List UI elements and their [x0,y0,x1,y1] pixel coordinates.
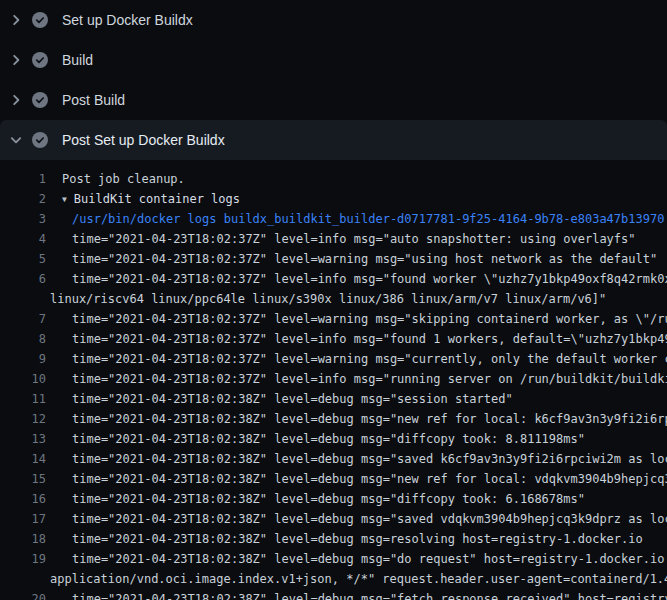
log-line: 8 time="2021-04-23T18:02:37Z" level=info… [0,329,667,349]
log-line-number[interactable]: 9 [0,349,46,369]
log-line-number[interactable]: 17 [0,509,46,529]
log-line-number[interactable]: 1 [0,169,46,189]
log-line: 4 time="2021-04-23T18:02:37Z" level=info… [0,229,667,249]
log-line: 18 time="2021-04-23T18:02:38Z" level=deb… [0,529,667,549]
log-command-text: /usr/bin/docker logs buildx_buildkit_bui… [46,209,667,229]
log-line-number[interactable]: 19 [0,549,46,569]
log-line: linux/riscv64 linux/ppc64le linux/s390x … [0,289,667,309]
log-line: 15 time="2021-04-23T18:02:38Z" level=deb… [0,469,667,489]
step-row-build[interactable]: Build [0,40,667,80]
step-label: Build [62,52,93,68]
log-line: 3 /usr/bin/docker logs buildx_buildkit_b… [0,209,667,229]
log-line-text: time="2021-04-23T18:02:37Z" level=info m… [46,329,667,349]
log-line-number[interactable]: 8 [0,329,46,349]
log-line-number[interactable]: 13 [0,429,46,449]
log-line-text: time="2021-04-23T18:02:37Z" level=warnin… [46,309,667,329]
log-line: 16 time="2021-04-23T18:02:38Z" level=deb… [0,489,667,509]
log-line-text: time="2021-04-23T18:02:38Z" level=debug … [46,429,667,449]
actions-log-viewer: Set up Docker Buildx Build Post Buil [0,0,667,600]
log-line-number[interactable] [0,289,46,309]
log-line-text: time="2021-04-23T18:02:38Z" level=debug … [46,489,667,509]
log-line-text: time="2021-04-23T18:02:38Z" level=debug … [46,509,667,529]
triangle-down-icon[interactable]: ▼ [62,190,67,209]
log-line-text: time="2021-04-23T18:02:38Z" level=debug … [46,469,667,489]
log-line: 13 time="2021-04-23T18:02:38Z" level=deb… [0,429,667,449]
log-line-number[interactable]: 2 [0,189,46,209]
log-line-number[interactable]: 5 [0,249,46,269]
log-line-number[interactable]: 7 [0,309,46,329]
log-line-text: time="2021-04-23T18:02:38Z" level=debug … [46,529,667,549]
log-line: 2 ▼BuildKit container logs [0,189,667,209]
log-line: 10 time="2021-04-23T18:02:37Z" level=inf… [0,369,667,389]
log-line-number[interactable]: 14 [0,449,46,469]
log-line-number[interactable]: 10 [0,369,46,389]
log-line: 6 time="2021-04-23T18:02:37Z" level=info… [0,269,667,289]
chevron-right-icon[interactable] [8,52,24,68]
log-line: 17 time="2021-04-23T18:02:38Z" level=deb… [0,509,667,529]
log-line-number[interactable]: 20 [0,589,46,600]
log-line-text: time="2021-04-23T18:02:37Z" level=warnin… [46,249,667,269]
log-line-text: time="2021-04-23T18:02:38Z" level=debug … [46,589,667,600]
log-line: 1 Post job cleanup. [0,169,667,189]
log-line-text: linux/riscv64 linux/ppc64le linux/s390x … [46,289,667,309]
log-line-number[interactable] [0,569,46,589]
chevron-right-icon[interactable] [8,12,24,28]
log-line: 9 time="2021-04-23T18:02:37Z" level=warn… [0,349,667,369]
log-line: 20 time="2021-04-23T18:02:38Z" level=deb… [0,589,667,600]
step-row-post-build[interactable]: Post Build [0,80,667,120]
log-line-text: Post job cleanup. [46,169,667,189]
log-line-text: application/vnd.oci.image.index.v1+json,… [46,569,667,589]
log-line-text: time="2021-04-23T18:02:38Z" level=debug … [46,549,667,569]
log-line-number[interactable]: 3 [0,209,46,229]
step-label: Post Set up Docker Buildx [62,132,225,148]
log-line-text: time="2021-04-23T18:02:37Z" level=info m… [46,369,667,389]
log-line-number[interactable]: 15 [0,469,46,489]
log-line-text: time="2021-04-23T18:02:37Z" level=info m… [46,269,667,289]
log-line: 12 time="2021-04-23T18:02:38Z" level=deb… [0,409,667,429]
log-line-text: time="2021-04-23T18:02:38Z" level=debug … [46,409,667,429]
log-line-number[interactable]: 4 [0,229,46,249]
log-line-number[interactable]: 18 [0,529,46,549]
log-line-text: time="2021-04-23T18:02:37Z" level=warnin… [46,349,667,369]
step-row-post-set-up-docker-buildx[interactable]: Post Set up Docker Buildx [0,120,667,160]
log-line-text: time="2021-04-23T18:02:38Z" level=debug … [46,389,667,409]
log-line-text[interactable]: ▼BuildKit container logs [46,189,667,209]
check-circle-icon [32,92,48,108]
log-line-number[interactable]: 11 [0,389,46,409]
log-line: 11 time="2021-04-23T18:02:38Z" level=deb… [0,389,667,409]
check-circle-icon [32,132,48,148]
log-line-number[interactable]: 16 [0,489,46,509]
log-line-number[interactable]: 6 [0,269,46,289]
log-line: 14 time="2021-04-23T18:02:38Z" level=deb… [0,449,667,469]
log-line-text: time="2021-04-23T18:02:38Z" level=debug … [46,449,667,469]
log-line: 7 time="2021-04-23T18:02:37Z" level=warn… [0,309,667,329]
step-label: Post Build [62,92,125,108]
log-line: 19 time="2021-04-23T18:02:38Z" level=deb… [0,549,667,569]
step-label: Set up Docker Buildx [62,12,193,28]
chevron-right-icon[interactable] [8,92,24,108]
step-list: Set up Docker Buildx Build Post Buil [0,0,667,160]
log-line: application/vnd.oci.image.index.v1+json,… [0,569,667,589]
log-panel: 1 Post job cleanup. 2 ▼BuildKit containe… [0,160,667,600]
log-line: 5 time="2021-04-23T18:02:37Z" level=warn… [0,249,667,269]
log-line-number[interactable]: 12 [0,409,46,429]
log-line-text: time="2021-04-23T18:02:37Z" level=info m… [46,229,667,249]
check-circle-icon [32,52,48,68]
chevron-down-icon[interactable] [8,132,24,148]
check-circle-icon [32,12,48,28]
step-row-set-up-docker-buildx[interactable]: Set up Docker Buildx [0,0,667,40]
